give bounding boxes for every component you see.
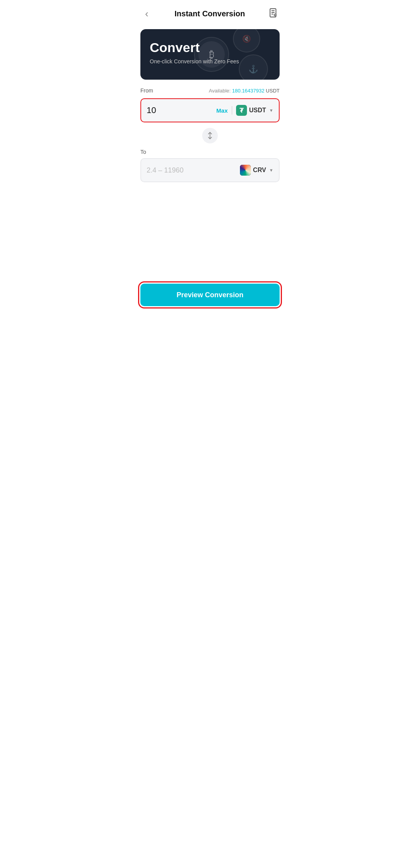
to-currency-chevron: ▼ [269,168,273,173]
from-currency-selector[interactable]: ₮ USDT ▼ [236,105,273,116]
available-balance: Available: 180.16437932 USDT [209,88,280,94]
to-currency-name: CRV [253,167,266,174]
tether-symbol: ⚓ [248,64,258,74]
to-input-box: 2.4 – 11960 CRV ▼ [140,158,280,182]
from-label: From [140,87,153,94]
header: ‹ Instant Conversion [134,0,286,26]
crv-gradient [240,165,251,176]
available-amount: 180.16437932 [232,88,264,94]
to-range-placeholder: 2.4 – 11960 [147,166,240,174]
to-label: To [140,149,280,155]
from-amount-input[interactable] [147,105,216,115]
banner-subtitle: One-click Conversion with Zero Fees [150,58,270,64]
from-header-row: From Available: 180.16437932 USDT [140,87,280,97]
divider [232,106,232,115]
usdt-icon: ₮ [236,105,247,116]
swap-button[interactable] [202,128,218,143]
to-currency-selector[interactable]: CRV ▼ [240,165,273,176]
history-icon[interactable] [268,8,278,20]
swap-button-row [140,128,280,143]
preview-conversion-button[interactable]: Preview Conversion [140,284,280,306]
crv-icon [240,165,251,176]
page-title: Instant Conversion [175,9,245,18]
from-currency-name: USDT [249,107,266,114]
available-currency: USDT [266,88,280,94]
available-text: Available: [209,88,231,94]
conversion-form: From Available: 180.16437932 USDT Max ₮ … [134,87,286,277]
back-button[interactable]: ‹ [142,6,152,21]
from-currency-chevron: ▼ [269,108,273,113]
convert-banner: Convert One-click Conversion with Zero F… [140,29,280,80]
bottom-area: Preview Conversion [134,277,286,315]
from-input-box: Max ₮ USDT ▼ [140,98,280,122]
banner-title: Convert [150,40,270,55]
max-button[interactable]: Max [216,107,228,114]
